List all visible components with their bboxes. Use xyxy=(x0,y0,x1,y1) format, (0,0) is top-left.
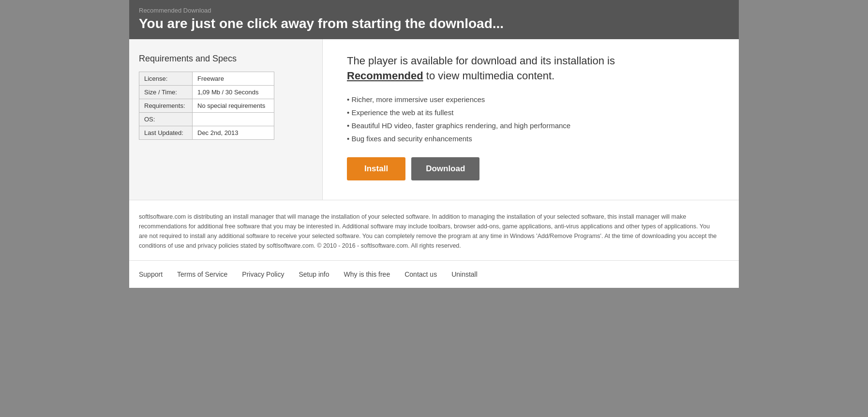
specs-label: License: xyxy=(139,72,193,86)
footer-link[interactable]: Setup info xyxy=(299,270,329,278)
disclaimer-section: softlsoftware.com is distributing an ins… xyxy=(129,200,739,260)
header-subtitle: Recommended Download xyxy=(139,7,729,14)
feature-item: Richer, more immersive user experiences xyxy=(347,95,719,104)
feature-item: Beautiful HD video, faster graphics rend… xyxy=(347,121,719,130)
heading-part2: to view multimedia content. xyxy=(426,70,554,82)
specs-value: Dec 2nd, 2013 xyxy=(193,126,274,140)
right-panel-heading: The player is available for download and… xyxy=(347,54,719,84)
install-button[interactable]: Install xyxy=(347,157,405,180)
footer-link[interactable]: Privacy Policy xyxy=(242,270,284,278)
feature-item: Experience the web at its fullest xyxy=(347,108,719,117)
specs-row: Size / Time:1,09 Mb / 30 Seconds xyxy=(139,86,274,99)
footer-link[interactable]: Support xyxy=(139,270,163,278)
specs-title: Requirements and Specs xyxy=(139,54,313,64)
left-panel: Requirements and Specs License:FreewareS… xyxy=(129,39,323,200)
main-content: Requirements and Specs License:FreewareS… xyxy=(129,39,739,200)
specs-value: 1,09 Mb / 30 Seconds xyxy=(193,86,274,99)
specs-row: Last Updated:Dec 2nd, 2013 xyxy=(139,126,274,140)
specs-label: Size / Time: xyxy=(139,86,193,99)
heading-recommended: Recommended xyxy=(347,70,423,82)
footer-bar: SupportTerms of ServicePrivacy PolicySet… xyxy=(129,260,739,288)
header-title: You are just one click away from startin… xyxy=(139,16,729,31)
page-wrapper: Recommended Download You are just one cl… xyxy=(129,0,739,417)
header-bar: Recommended Download You are just one cl… xyxy=(129,0,739,39)
features-list: Richer, more immersive user experiencesE… xyxy=(347,95,719,143)
footer-link[interactable]: Contact us xyxy=(404,270,437,278)
specs-label: OS: xyxy=(139,113,193,126)
footer-link[interactable]: Uninstall xyxy=(451,270,478,278)
specs-row: OS: xyxy=(139,113,274,126)
download-button[interactable]: Download xyxy=(411,157,479,180)
footer-link[interactable]: Terms of Service xyxy=(177,270,227,278)
specs-row: License:Freeware xyxy=(139,72,274,86)
specs-value xyxy=(193,113,274,126)
specs-label: Requirements: xyxy=(139,99,193,113)
footer-link[interactable]: Why is this free xyxy=(344,270,390,278)
right-panel: The player is available for download and… xyxy=(323,39,739,200)
specs-row: Requirements:No special requirements xyxy=(139,99,274,113)
feature-item: Bug fixes and security enhancements xyxy=(347,134,719,143)
specs-value: No special requirements xyxy=(193,99,274,113)
specs-label: Last Updated: xyxy=(139,126,193,140)
heading-part1: The player is available for download and… xyxy=(347,55,615,67)
specs-value: Freeware xyxy=(193,72,274,86)
specs-table: License:FreewareSize / Time:1,09 Mb / 30… xyxy=(139,72,274,140)
disclaimer-text: softlsoftware.com is distributing an ins… xyxy=(139,212,719,251)
buttons-row: Install Download xyxy=(347,157,719,180)
